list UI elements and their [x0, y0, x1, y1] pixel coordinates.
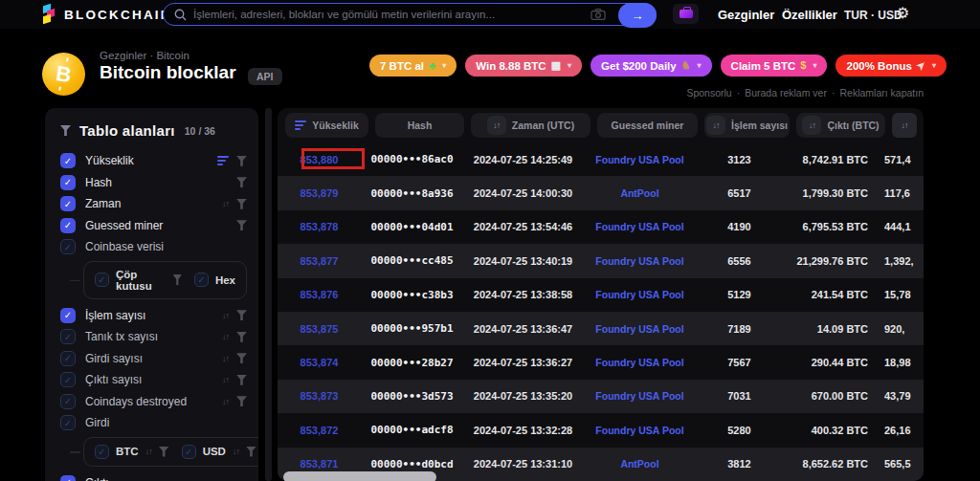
checkbox[interactable]: ✓ — [60, 475, 76, 481]
sidebar-item: ✓Tanık tx sayısı↓↑ — [60, 326, 247, 348]
checkbox[interactable]: ✓ — [182, 445, 196, 459]
filter-icon[interactable] — [159, 447, 169, 457]
sidebar-sub-item: ✓BTC↓↑ — [95, 445, 169, 459]
filter-icon[interactable] — [236, 177, 247, 187]
column-header[interactable]: Yükseklik — [285, 113, 368, 138]
sidebar-scrollbar[interactable] — [265, 108, 272, 481]
promo-button[interactable]: 7 BTC al▾ — [369, 55, 457, 77]
guessed-miner-link[interactable]: Foundry USA Pool — [590, 221, 697, 232]
filter-icon[interactable] — [236, 396, 247, 406]
column-header[interactable]: ↓↑Zaman (UTC) — [471, 113, 590, 138]
checkbox[interactable]: ✓ — [60, 175, 76, 190]
sort-arrows-icon[interactable]: ↓↑ — [222, 354, 229, 363]
checkbox[interactable]: ✓ — [60, 153, 76, 168]
sort-arrows-icon[interactable]: ↓↑ — [902, 120, 908, 130]
column-header-label: Guessed miner — [612, 120, 684, 131]
checkbox[interactable]: ✓ — [60, 372, 76, 387]
search-input[interactable] — [193, 9, 590, 20]
block-height-link[interactable]: 853,877 — [278, 255, 368, 267]
column-header[interactable]: ↓↑Çıktı (BTC) — [796, 113, 885, 138]
money-bag-icon — [800, 60, 806, 71]
block-height-link[interactable]: 853,876 — [278, 289, 368, 300]
guessed-miner-link[interactable]: Foundry USA Pool — [590, 255, 697, 267]
guessed-miner-link[interactable]: Foundry USA Pool — [590, 289, 697, 300]
block-height-link[interactable]: 853,874 — [278, 357, 368, 368]
checkbox[interactable]: ✓ — [95, 273, 109, 287]
filter-icon[interactable] — [236, 332, 247, 342]
block-height-link[interactable]: 853,878 — [278, 221, 368, 232]
sort-arrows-icon[interactable]: ↓↑ — [892, 113, 917, 138]
wallet-icon[interactable] — [673, 4, 699, 24]
block-height-link[interactable]: 853,873 — [278, 390, 368, 402]
sort-arrows-icon[interactable]: ↓↑ — [706, 116, 725, 135]
sort-arrows-icon[interactable]: ↓↑ — [802, 116, 821, 135]
sort-arrows-icon[interactable]: ↓↑ — [222, 332, 229, 341]
checkbox[interactable]: ✓ — [60, 351, 76, 366]
sort-arrows-icon[interactable]: ↓↑ — [493, 120, 500, 130]
filter-icon[interactable] — [236, 353, 247, 363]
sidebar-item-label: Girdi sayısı — [85, 352, 143, 365]
sort-arrows-icon[interactable]: ↓↑ — [809, 120, 815, 130]
sort-arrows-icon[interactable]: ↓↑ — [222, 199, 229, 208]
column-header[interactable]: ↓↑ — [892, 113, 917, 138]
sponsored-link[interactable]: Burada reklam ver — [745, 87, 827, 98]
sort-arrows-icon[interactable]: ↓↑ — [222, 397, 229, 406]
settings-gear-icon[interactable]: ⚙ — [896, 4, 909, 22]
guessed-miner-link[interactable]: AntPool — [590, 187, 697, 199]
block-height-link[interactable]: 853,875 — [278, 323, 368, 335]
checkbox[interactable]: ✓ — [194, 273, 209, 287]
checkbox[interactable]: ✓ — [60, 239, 76, 254]
promo-button[interactable]: Claim 5 BTC▾ — [721, 55, 828, 77]
sort-arrows-icon[interactable]: ↓↑ — [222, 375, 229, 384]
promo-button[interactable]: Get $200 Daily▾ — [590, 55, 712, 77]
checkbox[interactable]: ✓ — [95, 445, 109, 459]
search-submit-button[interactable]: → — [618, 3, 657, 28]
sort-bars-icon[interactable] — [295, 120, 306, 130]
api-badge[interactable]: API — [248, 68, 282, 85]
guessed-miner-link[interactable]: AntPool — [590, 458, 697, 470]
horizontal-scrollbar-thumb[interactable] — [283, 471, 436, 481]
table-body: 853,88000000•••86ac02024-07-25 14:25:49F… — [278, 142, 924, 481]
guessed-miner-link[interactable]: Foundry USA Pool — [590, 154, 697, 165]
sort-arrows-icon[interactable]: ↓↑ — [222, 311, 229, 320]
nav-gezginler[interactable]: Gezginler — [718, 8, 774, 22]
filter-icon[interactable] — [173, 274, 182, 285]
promo-button[interactable]: 200% Bonus▾ — [835, 55, 947, 77]
sort-arrows-icon[interactable]: ↓↑ — [713, 120, 720, 130]
sort-bars-icon[interactable] — [217, 156, 229, 165]
block-height-link[interactable]: 853,879 — [278, 187, 368, 199]
guessed-miner-link[interactable]: Foundry USA Pool — [590, 323, 697, 335]
blockchair-logo[interactable]: BLOCKCHAIR — [42, 5, 172, 24]
sort-arrows-icon[interactable]: ↓↑ — [233, 447, 239, 456]
breadcrumb[interactable]: Gezginler · Bitcoin — [100, 50, 189, 61]
checkbox[interactable]: ✓ — [60, 308, 76, 323]
sort-arrows-icon[interactable]: ↓↑ — [487, 116, 506, 135]
currency-selector[interactable]: TUR · USD — [844, 9, 902, 22]
filter-icon[interactable] — [236, 310, 247, 320]
checkbox[interactable]: ✓ — [60, 329, 76, 344]
guessed-miner-link[interactable]: Foundry USA Pool — [590, 425, 697, 436]
filter-icon[interactable] — [236, 375, 247, 385]
checkbox[interactable]: ✓ — [60, 415, 76, 430]
search-bar[interactable]: → — [163, 3, 657, 26]
filter-icon[interactable] — [236, 156, 247, 166]
nav-ozellikler[interactable]: Özellikler — [782, 8, 837, 22]
filter-icon[interactable] — [236, 199, 247, 209]
block-height-link[interactable]: 853,872 — [278, 425, 368, 436]
column-header[interactable]: ↓↑İşlem sayısı — [704, 113, 790, 138]
column-header[interactable]: Guessed miner — [597, 113, 698, 138]
camera-icon[interactable] — [590, 9, 606, 20]
sponsored-link[interactable]: Reklamları kapatın — [839, 87, 924, 98]
filter-icon[interactable] — [246, 447, 256, 457]
sidebar-item-label: Coinbase verisi — [85, 240, 164, 253]
filter-icon[interactable] — [236, 220, 247, 230]
checkbox[interactable]: ✓ — [60, 196, 76, 211]
checkbox[interactable]: ✓ — [60, 394, 76, 409]
block-height-link[interactable]: 853,871 — [278, 458, 368, 470]
guessed-miner-link[interactable]: Foundry USA Pool — [590, 390, 697, 402]
guessed-miner-link[interactable]: Foundry USA Pool — [590, 357, 697, 368]
checkbox[interactable]: ✓ — [60, 218, 76, 233]
promo-button[interactable]: Win 8.88 BTC▾ — [465, 55, 582, 77]
sort-arrows-icon[interactable]: ↓↑ — [145, 447, 152, 456]
column-header[interactable]: Hash — [375, 113, 464, 138]
